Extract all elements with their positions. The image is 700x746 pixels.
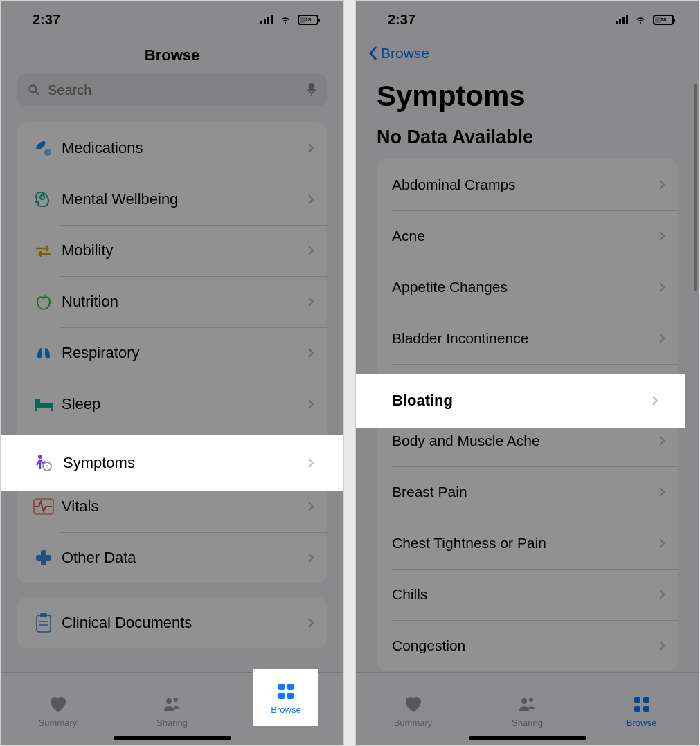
highlight-browse-tab[interactable]: Browse: [253, 669, 318, 726]
category-clinical-documents[interactable]: Clinical Documents: [17, 597, 327, 648]
chevron-right-icon: [307, 194, 314, 205]
clipboard-icon: [35, 612, 53, 633]
symptom-chest-tightness[interactable]: Chest Tightness or Pain: [377, 518, 678, 569]
battery-icon: 28: [298, 15, 318, 25]
search-icon: [27, 83, 41, 97]
svg-rect-8: [35, 399, 40, 403]
status-icons: 28: [616, 14, 674, 25]
status-bar: 2:37 28: [356, 1, 699, 38]
symptom-congestion[interactable]: Congestion: [377, 620, 678, 671]
chevron-right-icon: [658, 435, 665, 446]
svg-point-34: [521, 698, 527, 704]
chevron-right-icon: [658, 640, 665, 651]
chevron-right-icon: [658, 333, 665, 344]
people-icon: [162, 694, 183, 715]
phone-left-browse: 2:37 28 Browse Medications Mental Wellbe…: [0, 0, 344, 746]
home-indicator[interactable]: [469, 736, 586, 740]
symptom-bladder-incontinence[interactable]: Bladder Incontinence: [377, 313, 678, 364]
apple-icon: [33, 291, 54, 312]
chevron-right-icon: [307, 501, 314, 512]
category-mobility[interactable]: Mobility: [17, 225, 327, 276]
chevron-right-icon: [307, 617, 314, 628]
back-button[interactable]: Browse: [356, 38, 699, 67]
tab-label: Sharing: [512, 718, 543, 728]
svg-rect-16: [36, 555, 51, 561]
highlight-bloating-row[interactable]: Bloating: [356, 374, 685, 428]
chevron-right-icon: [652, 395, 658, 406]
svg-rect-18: [40, 613, 47, 617]
status-time: 2:37: [33, 12, 60, 28]
category-label: Mobility: [59, 242, 307, 260]
symptom-label: Chills: [392, 586, 658, 603]
back-label: Browse: [381, 45, 429, 62]
symptom-label: Body and Muscle Ache: [392, 433, 658, 449]
category-label: Mental Wellbeing: [59, 190, 307, 208]
svg-rect-39: [643, 706, 649, 712]
chevron-right-icon: [307, 245, 314, 256]
svg-point-6: [40, 195, 44, 199]
category-sleep[interactable]: Sleep: [17, 379, 327, 430]
tab-label: Summary: [39, 718, 78, 728]
scroll-indicator[interactable]: [694, 84, 697, 291]
svg-rect-30: [278, 684, 285, 690]
battery-icon: 28: [653, 15, 674, 25]
category-other-data[interactable]: Other Data: [17, 532, 327, 583]
category-label: Sleep: [59, 395, 307, 413]
tab-summary[interactable]: Summary: [1, 673, 115, 745]
wifi-icon: [278, 14, 292, 25]
symptom-abdominal-cramps[interactable]: Abdominal Cramps: [377, 159, 678, 210]
grid-icon: [631, 694, 652, 715]
svg-rect-37: [643, 697, 649, 703]
category-label: Respiratory: [59, 344, 307, 362]
category-label: Symptoms: [63, 454, 307, 472]
heart-icon: [48, 694, 69, 715]
lungs-icon: [33, 343, 54, 363]
symptom-label: Bloating: [392, 392, 652, 410]
svg-rect-38: [634, 706, 640, 712]
category-respiratory[interactable]: Respiratory: [17, 327, 327, 379]
svg-rect-36: [634, 697, 640, 703]
brain-icon: [33, 189, 54, 210]
svg-rect-2: [309, 83, 314, 91]
tab-browse[interactable]: Browse: [584, 673, 699, 745]
chevron-right-icon: [658, 230, 665, 242]
page-title: Browse: [1, 38, 343, 74]
svg-point-0: [29, 85, 36, 92]
mic-icon[interactable]: [306, 82, 317, 98]
symptom-label: Appetite Changes: [392, 279, 658, 295]
search-input[interactable]: [48, 82, 299, 98]
category-label: Vitals: [59, 498, 307, 516]
symptom-acne[interactable]: Acne: [377, 210, 678, 262]
tab-sharing[interactable]: Sharing: [115, 673, 229, 745]
svg-rect-31: [287, 684, 294, 690]
svg-rect-7: [35, 403, 53, 408]
svg-text:!: !: [46, 464, 48, 470]
clinical-list: Clinical Documents: [17, 597, 327, 648]
svg-point-21: [38, 455, 42, 459]
highlight-symptoms-row[interactable]: ! Symptoms: [1, 435, 343, 491]
chevron-left-icon: [368, 46, 378, 61]
symptom-label: Breast Pain: [392, 484, 658, 500]
tab-sharing[interactable]: Sharing: [470, 673, 584, 745]
category-mental-wellbeing[interactable]: Mental Wellbeing: [17, 174, 327, 225]
svg-rect-32: [278, 693, 285, 699]
category-label: Nutrition: [59, 293, 307, 311]
symptom-label: Abdominal Cramps: [392, 176, 658, 193]
svg-point-4: [35, 140, 46, 151]
symptom-breast-pain[interactable]: Breast Pain: [377, 466, 678, 518]
cellular-icon: [260, 15, 273, 24]
chevron-right-icon: [658, 589, 665, 600]
chevron-right-icon: [307, 552, 314, 563]
chevron-right-icon: [307, 399, 314, 410]
category-nutrition[interactable]: Nutrition: [17, 276, 327, 327]
heart-icon: [403, 694, 424, 715]
home-indicator[interactable]: [114, 736, 231, 740]
symptom-chills[interactable]: Chills: [377, 569, 678, 620]
category-medications[interactable]: Medications: [17, 122, 327, 174]
tab-label: Summary: [394, 718, 433, 728]
chevron-right-icon: [658, 486, 665, 498]
category-label: Clinical Documents: [59, 614, 307, 632]
tab-summary[interactable]: Summary: [356, 673, 470, 745]
symptom-appetite-changes[interactable]: Appetite Changes: [377, 262, 678, 313]
search-field[interactable]: [17, 74, 327, 106]
